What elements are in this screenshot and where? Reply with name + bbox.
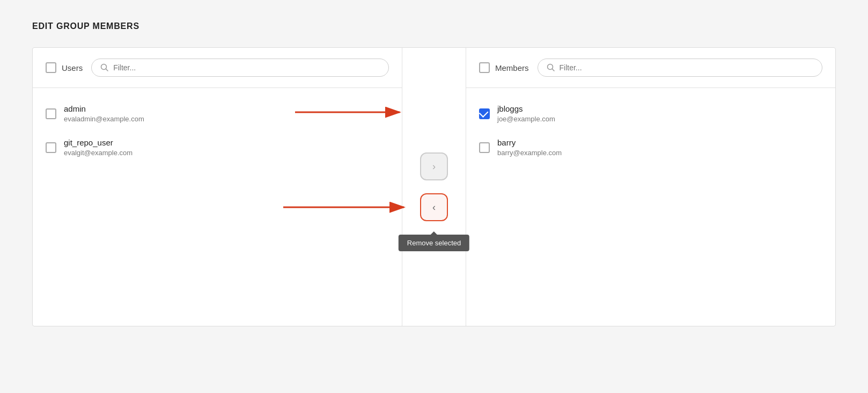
member-info-barry: barry barry@example.com	[497, 138, 562, 157]
main-card: Users admin evaladmin@example.com	[32, 47, 836, 326]
members-search-icon	[547, 63, 555, 72]
users-filter-wrapper[interactable]	[91, 59, 389, 77]
user-row-git[interactable]: git_repo_user evalgit@example.com	[46, 130, 389, 164]
user-name-admin: admin	[64, 104, 144, 113]
tooltip-remove-selected: Remove selected	[399, 235, 469, 251]
member-checkbox-jbloggs[interactable]	[479, 108, 490, 119]
users-header-label: Users	[46, 62, 83, 73]
users-filter-input[interactable]	[113, 63, 380, 72]
annotation-arrow-to-remove	[283, 196, 412, 218]
member-email-jbloggs: joe@example.com	[497, 115, 555, 123]
chevron-left-icon: ‹	[432, 202, 436, 213]
user-email-admin: evaladmin@example.com	[64, 115, 144, 123]
members-label: Members	[495, 63, 529, 72]
members-filter-input[interactable]	[560, 63, 813, 72]
user-checkbox-admin[interactable]	[46, 108, 56, 119]
middle-controls: › ‹ Remove selected	[402, 48, 466, 326]
members-list: jbloggs joe@example.com barry barry@exam…	[466, 88, 835, 173]
svg-line-7	[552, 69, 554, 71]
annotation-arrow-to-jbloggs	[295, 101, 408, 123]
users-panel-header: Users	[33, 48, 402, 88]
svg-line-1	[106, 69, 108, 71]
users-panel: Users admin evaladmin@example.com	[33, 48, 402, 326]
users-list: admin evaladmin@example.com git_repo_use…	[33, 88, 402, 173]
members-header-label: Members	[479, 62, 529, 73]
move-left-button[interactable]: ‹	[420, 193, 448, 221]
user-checkbox-git[interactable]	[46, 142, 56, 153]
members-select-all-checkbox[interactable]	[479, 62, 490, 73]
user-name-git: git_repo_user	[64, 138, 133, 147]
member-row-jbloggs[interactable]: jbloggs joe@example.com	[479, 97, 822, 130]
search-icon	[100, 63, 109, 72]
members-panel-header: Members	[466, 48, 835, 88]
move-right-button[interactable]: ›	[420, 152, 448, 180]
users-label: Users	[62, 63, 83, 72]
member-checkbox-barry[interactable]	[479, 142, 490, 153]
members-filter-wrapper[interactable]	[538, 59, 822, 77]
user-info-git: git_repo_user evalgit@example.com	[64, 138, 133, 157]
members-panel: Members jbloggs joe@example.com	[466, 48, 835, 326]
user-info-admin: admin evaladmin@example.com	[64, 104, 144, 123]
member-name-barry: barry	[497, 138, 562, 147]
page-title: EDIT GROUP MEMBERS	[32, 21, 836, 31]
member-row-barry[interactable]: barry barry@example.com	[479, 130, 822, 164]
users-select-all-checkbox[interactable]	[46, 62, 56, 73]
member-email-barry: barry@example.com	[497, 149, 562, 157]
member-name-jbloggs: jbloggs	[497, 104, 555, 113]
member-info-jbloggs: jbloggs joe@example.com	[497, 104, 555, 123]
chevron-right-icon: ›	[432, 161, 436, 172]
user-email-git: evalgit@example.com	[64, 149, 133, 157]
